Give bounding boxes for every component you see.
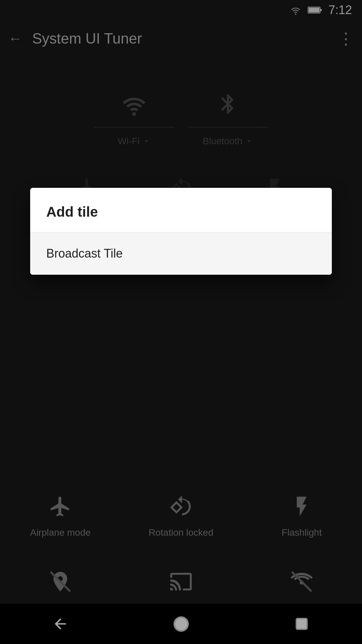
rotation-locked-tile[interactable]: Rotation locked xyxy=(134,490,228,538)
flashlight-tile[interactable]: Flashlight xyxy=(255,490,349,538)
nav-recent-button[interactable] xyxy=(288,610,315,637)
nav-back-button[interactable] xyxy=(47,610,74,637)
location-icon xyxy=(44,565,77,598)
svg-rect-8 xyxy=(296,619,307,629)
nav-bar xyxy=(0,604,362,644)
add-tile-dialog: Add tile Broadcast Tile xyxy=(30,188,332,275)
hotspot-icon xyxy=(285,565,318,598)
dialog-title: Add tile xyxy=(30,188,332,232)
bottom-tiles-row-1: Airplane mode Rotation locked Flashlight xyxy=(0,483,362,545)
rotation-locked-icon xyxy=(164,490,198,523)
cast-icon xyxy=(164,565,198,598)
flashlight-icon xyxy=(285,490,318,523)
flashlight-label: Flashlight xyxy=(282,527,322,538)
broadcast-tile-item[interactable]: Broadcast Tile xyxy=(30,232,332,275)
airplane-mode-tile[interactable]: Airplane mode xyxy=(13,490,107,538)
rotation-locked-label: Rotation locked xyxy=(148,527,213,538)
airplane-mode-label: Airplane mode xyxy=(30,527,91,538)
svg-point-7 xyxy=(174,617,188,631)
nav-home-button[interactable] xyxy=(168,610,194,637)
airplane-mode-icon xyxy=(44,490,77,523)
